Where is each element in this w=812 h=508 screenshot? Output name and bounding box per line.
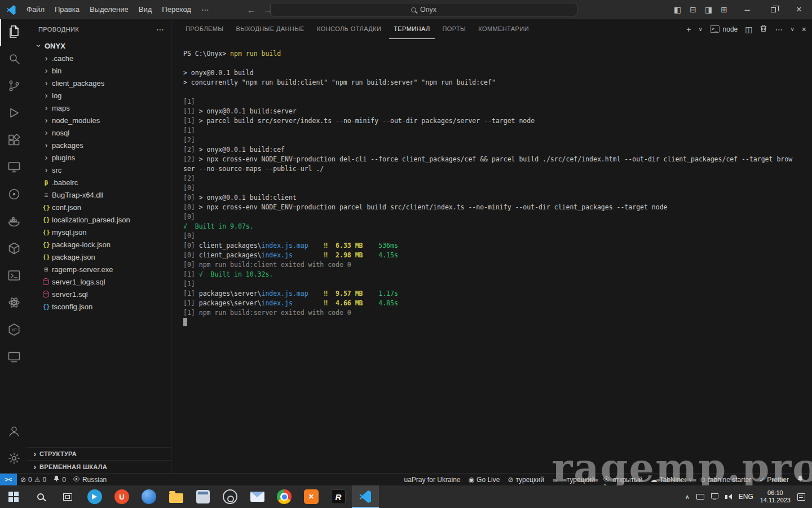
menu-item[interactable]: Выделение: [85, 0, 134, 19]
tree-file[interactable]: ⊞ragemp-server.exe: [27, 263, 171, 275]
activity-settings[interactable]: [0, 446, 27, 473]
tree-file[interactable]: {}package.json: [27, 251, 171, 263]
blue-circle-app[interactable]: [135, 485, 162, 508]
activity-extensions[interactable]: [0, 128, 27, 155]
tree-folder[interactable]: ›.cache: [27, 52, 171, 64]
toggle-secondary-sidebar-icon[interactable]: ◨: [705, 5, 712, 14]
panel-tab[interactable]: ПРОБЛЕМЫ: [181, 19, 228, 39]
tree-file[interactable]: server1.sql: [27, 288, 171, 300]
ukraine-status[interactable]: uaPray for Ukraine: [400, 474, 465, 486]
network-icon[interactable]: [711, 493, 718, 498]
tree-folder[interactable]: ›maps: [27, 102, 171, 114]
spell-language[interactable]: Russian: [69, 474, 110, 486]
tree-file[interactable]: ≡BugTrap-x64.dll: [27, 189, 171, 201]
terminal-instance[interactable]: >_ node: [710, 25, 738, 33]
tabnine-status[interactable]: ☁ TabNine: ∨: [647, 474, 696, 486]
tabnine-starter-status[interactable]: ⊙ tabnine starter: [696, 474, 755, 486]
minimize-button[interactable]: ─: [734, 0, 760, 19]
tray-expand-icon[interactable]: ∧: [685, 493, 690, 501]
activity-xp-tool[interactable]: XP: [0, 317, 27, 344]
tree-folder[interactable]: ›plugins: [27, 151, 171, 164]
translate-target[interactable]: турецкий: [563, 474, 599, 486]
activity-run-debug[interactable]: [0, 100, 27, 128]
kill-terminal-icon[interactable]: [760, 24, 767, 34]
prettier-status[interactable]: ✓ Prettier: [755, 474, 793, 486]
activity-remote-explorer[interactable]: [0, 155, 27, 182]
tree-folder[interactable]: ›nosql: [27, 126, 171, 139]
start-button[interactable]: [0, 485, 27, 508]
panel-tab[interactable]: ТЕРМИНАЛ: [389, 19, 434, 39]
taskbar-search-button[interactable]: [27, 485, 54, 508]
mail-app[interactable]: [244, 485, 271, 508]
toggle-sidebar-icon[interactable]: ◧: [674, 5, 681, 14]
panel-tab[interactable]: ПОРТЫ: [438, 19, 471, 39]
tree-folder[interactable]: ›client_packages: [27, 77, 171, 89]
problems-status[interactable]: ⊘ 0 ⚠ 0: [17, 474, 50, 486]
activity-circle-tool[interactable]: [0, 182, 27, 209]
open-status[interactable]: открытый: [599, 474, 646, 486]
split-terminal-icon[interactable]: ◫: [745, 25, 752, 34]
customize-layout-icon[interactable]: ⊞: [721, 5, 727, 14]
tree-file[interactable]: {}conf.json: [27, 201, 171, 213]
activity-packages-tool[interactable]: [0, 236, 27, 263]
close-panel-icon[interactable]: ×: [802, 25, 806, 34]
menu-overflow-button[interactable]: ⋯: [196, 5, 214, 14]
toggle-panel-icon[interactable]: ⊟: [690, 5, 696, 14]
terminal-dropdown-icon[interactable]: ∨: [698, 26, 702, 32]
tree-file[interactable]: {}mysql.json: [27, 226, 171, 238]
task-view-button[interactable]: [54, 485, 81, 508]
orange-app[interactable]: ×: [298, 485, 325, 508]
menu-item[interactable]: Файл: [21, 0, 50, 19]
telegram-app[interactable]: [81, 485, 108, 508]
notifications-button[interactable]: [793, 474, 807, 486]
hide-panel-icon[interactable]: ∨: [790, 26, 794, 32]
activity-terminal-tool[interactable]: [0, 263, 27, 290]
panel-tab[interactable]: КОММЕНТАРИИ: [474, 19, 533, 39]
tree-folder[interactable]: ›bin: [27, 64, 171, 77]
input-language[interactable]: ENG: [739, 493, 753, 501]
activity-explorer[interactable]: [0, 19, 27, 46]
new-terminal-icon[interactable]: +: [686, 25, 691, 34]
tree-folder[interactable]: ›src: [27, 164, 171, 176]
menu-item[interactable]: Переход: [157, 0, 196, 19]
activity-search[interactable]: [0, 46, 27, 73]
panel-tab[interactable]: КОНСОЛЬ ОТЛАДКИ: [312, 19, 386, 39]
close-button[interactable]: ×: [786, 0, 812, 19]
calculator-app[interactable]: [189, 485, 217, 508]
action-center-icon[interactable]: [797, 493, 805, 501]
tree-folder[interactable]: ›node_modules: [27, 114, 171, 126]
tree-file[interactable]: {}localization_parsed.json: [27, 213, 171, 226]
activity-source-control[interactable]: [0, 73, 27, 100]
menu-item[interactable]: Правка: [50, 0, 85, 19]
u-app[interactable]: U: [108, 485, 135, 508]
ragemp-app[interactable]: R: [325, 485, 352, 508]
sidebar-more-icon[interactable]: ⋯: [156, 25, 164, 34]
taskbar-clock[interactable]: 06:10 14.11.2023: [760, 489, 791, 504]
remote-indicator[interactable]: ><: [0, 474, 17, 486]
panel-tab[interactable]: ВЫХОДНЫЕ ДАННЫЕ: [231, 19, 309, 39]
tree-root[interactable]: ›ONYX: [27, 40, 171, 52]
vscode-app[interactable]: [352, 485, 379, 508]
activity-screen-tool[interactable]: [0, 344, 27, 371]
touch-keyboard-icon[interactable]: [696, 494, 704, 500]
bell-counter[interactable]: 0: [50, 474, 69, 486]
sidebar-section[interactable]: ›СТРУКТУРА: [27, 447, 171, 460]
tree-file[interactable]: β.babelrc: [27, 176, 171, 189]
tree-file[interactable]: {}package-lock.json: [27, 238, 171, 251]
chrome-app[interactable]: [271, 485, 298, 508]
translate-source[interactable]: ⊘ турецкий: [504, 474, 548, 486]
command-center-search[interactable]: Onyx: [270, 3, 577, 16]
go-live-button[interactable]: ◉ Go Live: [465, 474, 504, 486]
tree-file[interactable]: server1_logs.sql: [27, 275, 171, 288]
tree-folder[interactable]: ›log: [27, 89, 171, 102]
volume-icon[interactable]: [725, 494, 732, 500]
tree-folder[interactable]: ›packages: [27, 139, 171, 151]
obs-app[interactable]: [217, 485, 244, 508]
history-back-icon[interactable]: ←: [247, 5, 255, 15]
file-explorer-app[interactable]: [162, 485, 189, 508]
sidebar-section[interactable]: ›ВРЕМЕННАЯ ШКАЛА: [27, 460, 171, 473]
activity-account[interactable]: [0, 419, 27, 446]
restore-button[interactable]: [760, 0, 786, 19]
activity-atom-tool[interactable]: [0, 290, 27, 317]
panel-more-icon[interactable]: ⋯: [775, 25, 783, 34]
